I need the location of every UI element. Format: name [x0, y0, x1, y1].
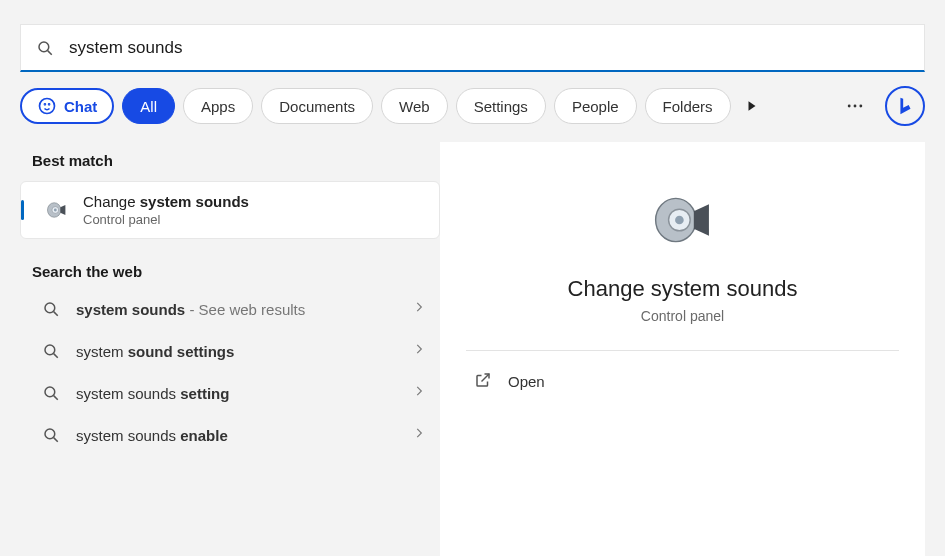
detail-title: Change system sounds — [568, 276, 798, 302]
web-result[interactable]: system sound settings — [20, 330, 440, 372]
ellipsis-icon — [845, 96, 865, 116]
best-match-item[interactable]: Change system sounds Control panel — [20, 181, 440, 239]
search-icon — [42, 426, 62, 444]
speaker-icon — [43, 196, 71, 224]
speaker-icon — [647, 184, 719, 256]
svg-point-6 — [854, 105, 857, 108]
search-input[interactable] — [69, 38, 912, 58]
svg-line-1 — [48, 50, 52, 54]
open-action[interactable]: Open — [466, 359, 899, 404]
bing-icon — [894, 95, 916, 117]
open-icon — [474, 371, 492, 392]
search-icon — [42, 300, 62, 318]
detail-pane: Change system sounds Control panel Open — [440, 142, 925, 556]
tab-web[interactable]: Web — [381, 88, 448, 124]
web-result-text: system sounds setting — [76, 385, 398, 402]
svg-point-7 — [859, 105, 862, 108]
chevron-right-icon — [412, 342, 426, 360]
tab-chat-label: Chat — [64, 98, 97, 115]
svg-line-14 — [54, 354, 58, 358]
search-icon — [42, 384, 62, 402]
tab-all[interactable]: All — [122, 88, 175, 124]
web-result[interactable]: system sounds setting — [20, 372, 440, 414]
search-icon — [33, 39, 57, 57]
web-result-text: system sounds enable — [76, 427, 398, 444]
search-box[interactable] — [20, 24, 925, 72]
svg-point-2 — [40, 99, 55, 114]
svg-line-12 — [54, 312, 58, 316]
best-match-title: Change system sounds — [83, 193, 249, 210]
filter-tabs: Chat All Apps Documents Web Settings Peo… — [20, 86, 925, 126]
search-web-heading: Search the web — [20, 253, 440, 288]
best-match-heading: Best match — [20, 142, 440, 177]
web-result[interactable]: system sounds - See web results — [20, 288, 440, 330]
chevron-right-icon — [412, 426, 426, 444]
chevron-right-icon — [412, 300, 426, 318]
search-icon — [42, 342, 62, 360]
tab-settings[interactable]: Settings — [456, 88, 546, 124]
svg-line-18 — [54, 438, 58, 442]
svg-line-16 — [54, 396, 58, 400]
svg-point-3 — [44, 104, 45, 105]
detail-subtitle: Control panel — [641, 308, 724, 324]
chevron-right-icon — [412, 384, 426, 402]
svg-point-17 — [45, 429, 55, 439]
svg-point-10 — [54, 209, 57, 212]
tab-documents[interactable]: Documents — [261, 88, 373, 124]
tab-people[interactable]: People — [554, 88, 637, 124]
svg-point-5 — [848, 105, 851, 108]
best-match-subtitle: Control panel — [83, 212, 249, 227]
overflow-button[interactable] — [843, 94, 867, 118]
open-label: Open — [508, 373, 545, 390]
svg-point-11 — [45, 303, 55, 313]
results-list: Best match Change system sounds Control … — [20, 142, 440, 556]
web-result[interactable]: system sounds enable — [20, 414, 440, 456]
svg-point-13 — [45, 345, 55, 355]
tab-folders[interactable]: Folders — [645, 88, 731, 124]
bing-chat-icon — [37, 96, 57, 116]
tabs-more-icon[interactable] — [739, 88, 765, 124]
tab-apps[interactable]: Apps — [183, 88, 253, 124]
divider — [466, 350, 899, 351]
tab-chat[interactable]: Chat — [20, 88, 114, 124]
svg-point-4 — [49, 104, 50, 105]
svg-point-0 — [39, 42, 49, 52]
web-result-text: system sound settings — [76, 343, 398, 360]
svg-point-21 — [675, 216, 684, 225]
bing-button[interactable] — [885, 86, 925, 126]
results-area: Best match Change system sounds Control … — [0, 142, 945, 556]
svg-point-15 — [45, 387, 55, 397]
web-result-text: system sounds - See web results — [76, 301, 398, 318]
